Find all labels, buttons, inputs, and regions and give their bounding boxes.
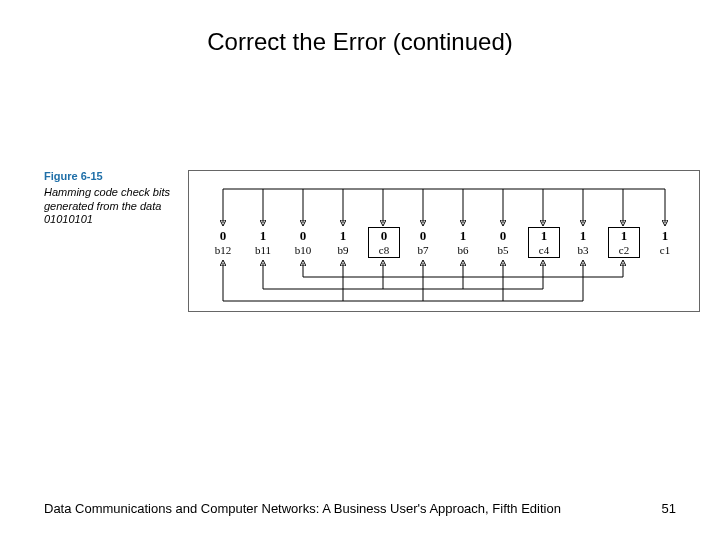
bit-b12: 0b12 <box>208 229 238 256</box>
bit-c1: 1c1 <box>650 229 680 256</box>
bit-b9: 1b9 <box>328 229 358 256</box>
figure-caption: Figure 6-15 Hamming code check bits gene… <box>44 170 184 227</box>
figure-caption-text: Hamming code check bits generated from t… <box>44 186 184 227</box>
footer-text: Data Communications and Computer Network… <box>44 501 561 516</box>
bit-b6: 1b6 <box>448 229 478 256</box>
bit-b3: 1b3 <box>568 229 598 256</box>
bit-c2: 1c2 <box>608 227 640 258</box>
bit-b7: 0b7 <box>408 229 438 256</box>
page-title: Correct the Error (continued) <box>0 0 720 56</box>
bit-b11: 1b11 <box>248 229 278 256</box>
bit-c8: 0c8 <box>368 227 400 258</box>
bit-row: 0b12 1b11 0b10 1b9 0c8 0b7 1b6 0b5 1c4 1… <box>189 229 699 273</box>
bit-c4: 1c4 <box>528 227 560 258</box>
footer: Data Communications and Computer Network… <box>44 501 676 516</box>
page-number: 51 <box>662 501 676 516</box>
hamming-diagram: 0b12 1b11 0b10 1b9 0c8 0b7 1b6 0b5 1c4 1… <box>188 170 700 312</box>
bit-b5: 0b5 <box>488 229 518 256</box>
figure-number: Figure 6-15 <box>44 170 184 184</box>
bit-b10: 0b10 <box>288 229 318 256</box>
